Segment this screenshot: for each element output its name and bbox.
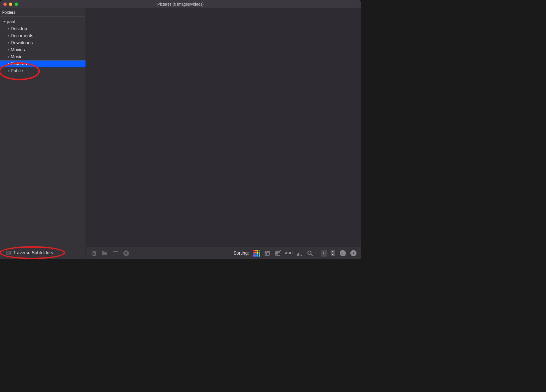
search-icon[interactable]: [306, 249, 314, 257]
folder-root[interactable]: paul: [0, 18, 85, 25]
window-icon[interactable]: [112, 249, 119, 257]
sidebar: Folders paul Desktop: [0, 8, 86, 259]
folder-pictures[interactable]: Pictures: [0, 60, 85, 67]
folder-tree: paul Desktop Documents: [0, 17, 85, 247]
folder-label: Pictures: [11, 61, 27, 66]
chevron-down-icon[interactable]: [3, 20, 6, 24]
svg-point-11: [308, 251, 311, 254]
app-window: Pictures (0 images/videos) Folders paul: [0, 0, 361, 259]
folder-downloads[interactable]: Downloads: [0, 39, 85, 46]
sort-date-asc-icon[interactable]: [274, 249, 282, 257]
traverse-checkbox[interactable]: [6, 251, 11, 255]
cancel-icon[interactable]: [122, 249, 130, 257]
body-area: Folders paul Desktop: [0, 8, 361, 259]
folder-label: Documents: [11, 33, 33, 38]
svg-rect-10: [301, 255, 302, 256]
svg-line-12: [311, 254, 313, 256]
folder-label: paul: [7, 19, 15, 24]
sort-color-icon[interactable]: [253, 249, 261, 257]
folder-label: Music: [11, 54, 22, 59]
minimize-button[interactable]: [9, 3, 12, 6]
stepper-down[interactable]: [331, 253, 335, 256]
svg-rect-8: [298, 253, 299, 256]
sorting-label: Sorting:: [233, 251, 249, 256]
folder-movies[interactable]: Movies: [0, 46, 85, 53]
stepper-up[interactable]: [331, 250, 335, 253]
chevron-right-icon[interactable]: [7, 55, 10, 59]
sort-name-icon[interactable]: ABC: [285, 249, 293, 257]
svg-point-6: [276, 253, 278, 255]
content-area: [86, 8, 361, 247]
zoom-button[interactable]: [15, 3, 18, 6]
folder-icon[interactable]: [101, 249, 109, 257]
main-pane: Sorting: ABC: [86, 8, 361, 259]
thumb-size-input[interactable]: 6: [321, 250, 327, 257]
svg-rect-14: [353, 253, 354, 254]
chevron-right-icon[interactable]: [7, 27, 10, 31]
info-icon[interactable]: [350, 250, 357, 256]
sort-size-icon[interactable]: [295, 249, 303, 257]
svg-rect-9: [300, 255, 300, 256]
folder-label: Downloads: [11, 40, 33, 45]
svg-rect-7: [297, 254, 298, 256]
refresh-icon[interactable]: [340, 250, 346, 256]
titlebar: Pictures (0 images/videos): [0, 0, 361, 8]
folder-desktop[interactable]: Desktop: [0, 25, 85, 32]
svg-point-13: [353, 252, 354, 253]
folder-music[interactable]: Music: [0, 53, 85, 60]
sidebar-header: Folders: [0, 8, 85, 17]
thumb-size-stepper: [331, 250, 335, 256]
trash-icon[interactable]: [90, 249, 98, 257]
chevron-right-icon[interactable]: [7, 34, 10, 38]
chevron-right-icon[interactable]: [7, 48, 10, 52]
chevron-right-icon[interactable]: [7, 62, 10, 66]
folder-label: Public: [11, 68, 23, 73]
folder-label: Movies: [11, 47, 25, 52]
bottom-toolbar: Sorting: ABC: [86, 247, 361, 259]
traverse-label: Traverse Subfolders: [13, 250, 53, 255]
svg-point-3: [265, 253, 267, 255]
chevron-right-icon[interactable]: [7, 41, 10, 45]
window-title: Pictures (0 images/videos): [158, 2, 204, 6]
sidebar-footer: Traverse Subfolders: [0, 247, 85, 259]
window-controls: [0, 3, 18, 6]
folder-public[interactable]: Public: [0, 67, 85, 74]
folder-documents[interactable]: Documents: [0, 32, 85, 39]
folder-label: Desktop: [11, 26, 27, 31]
chevron-right-icon[interactable]: [7, 69, 10, 73]
sort-date-desc-icon[interactable]: [263, 249, 271, 257]
close-button[interactable]: [3, 3, 7, 6]
